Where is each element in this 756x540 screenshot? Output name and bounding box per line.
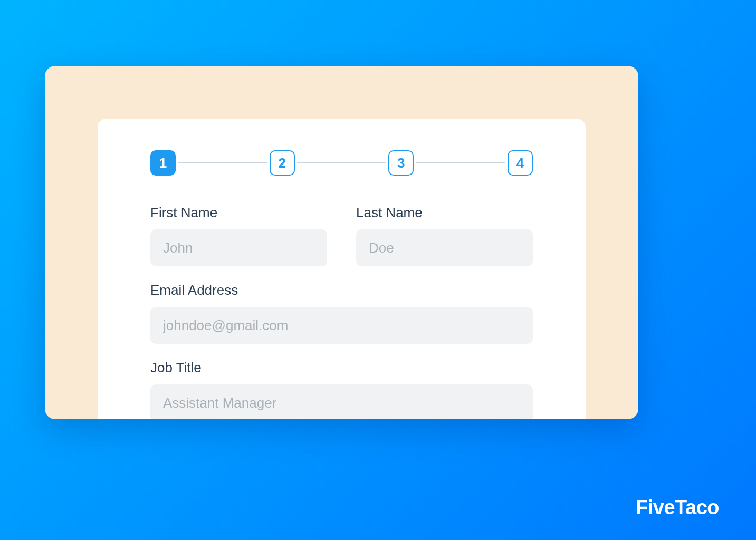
name-row: First Name Last Name <box>150 205 533 266</box>
step-connector <box>416 162 505 163</box>
job-title-label: Job Title <box>150 360 533 376</box>
first-name-input[interactable] <box>150 229 327 266</box>
job-title-group: Job Title <box>150 360 533 419</box>
job-title-input[interactable] <box>150 384 533 419</box>
step-1[interactable]: 1 <box>150 150 176 176</box>
step-4[interactable]: 4 <box>508 150 533 176</box>
step-2[interactable]: 2 <box>270 150 295 176</box>
email-input[interactable] <box>150 307 533 344</box>
stepper: 1 2 3 4 <box>150 150 533 176</box>
last-name-input[interactable] <box>356 229 533 266</box>
email-row: Email Address <box>150 282 533 344</box>
job-title-row: Job Title <box>150 360 533 419</box>
email-label: Email Address <box>150 282 533 298</box>
step-3[interactable]: 3 <box>388 150 414 176</box>
step-connector <box>297 162 387 163</box>
last-name-label: Last Name <box>356 205 533 221</box>
first-name-group: First Name <box>150 205 327 266</box>
email-group: Email Address <box>150 282 533 344</box>
form-card: 1 2 3 4 First Name Last Name Email Addre… <box>98 119 586 419</box>
brand-logo: FiveTaco <box>636 496 719 519</box>
step-connector <box>178 162 267 163</box>
first-name-label: First Name <box>150 205 327 221</box>
outer-card: 1 2 3 4 First Name Last Name Email Addre… <box>45 66 638 419</box>
last-name-group: Last Name <box>356 205 533 266</box>
